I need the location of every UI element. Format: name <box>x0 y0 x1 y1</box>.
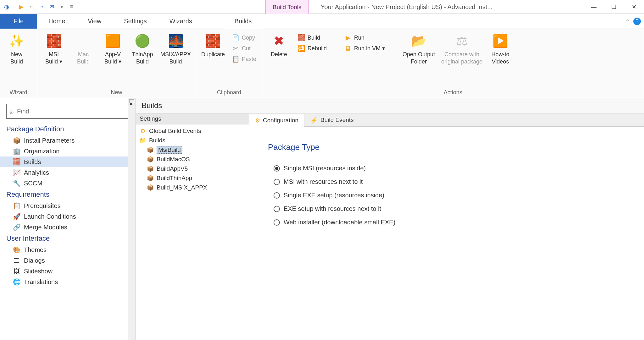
nav-item[interactable]: 📈Analytics <box>0 167 136 178</box>
package-type-option[interactable]: Single MSI (resources inside) <box>268 162 625 175</box>
radio-label: Single MSI (resources inside) <box>284 165 366 172</box>
nav-item[interactable]: 🚀Launch Conditions <box>0 211 136 222</box>
ribbon-group-label: Clipboard <box>196 88 262 98</box>
open-output-folder-button[interactable]: 📂 Open Output Folder <box>401 31 437 66</box>
package-type-option[interactable]: Single EXE setup (resources inside) <box>268 189 625 202</box>
nav-item-label: SCCM <box>24 180 42 187</box>
cut-button[interactable]: ✂ Cut <box>229 43 259 53</box>
package-type-option[interactable]: Web installer (downloadable small EXE) <box>268 216 625 229</box>
tree-item-label: MsiBuild <box>157 146 182 154</box>
nav-item-label: Dialogs <box>24 257 45 264</box>
minimize-button[interactable]: — <box>584 0 604 14</box>
nav-item[interactable]: 🏢Organization <box>0 146 136 156</box>
package-type-option[interactable]: MSI with resources next to it <box>268 175 625 189</box>
tree-item[interactable]: 📁Builds <box>136 136 249 145</box>
ribbon-group-label: Wizard <box>0 88 37 98</box>
nav-item-icon: 📈 <box>13 168 21 177</box>
compare-button[interactable]: ⚖ Compare with original package <box>439 31 484 66</box>
qat-customize-icon[interactable]: ≡ <box>68 3 76 11</box>
tree-item[interactable]: 📦BuildThinApp <box>136 173 249 183</box>
ribbon-group-actions: ✖ Delete 🧱 Build 🔁 Rebuild ▶ Run <box>262 29 644 98</box>
nav-item[interactable]: 🗔Dialogs <box>0 255 136 266</box>
radio-icon <box>274 219 280 226</box>
radio-icon <box>274 192 280 199</box>
msi-build-button[interactable]: 🧱 MSI Build ▾ <box>40 31 67 66</box>
mac-build-button[interactable]: Mac Build <box>70 31 97 66</box>
search-icon: ⌕ <box>10 108 14 115</box>
tree-item-icon: 📁 <box>139 137 147 144</box>
rebuild-button[interactable]: 🔁 Rebuild <box>295 43 339 53</box>
nav-item-icon: 🎨 <box>13 246 21 254</box>
nav-item[interactable]: 📋Prerequisites <box>0 200 136 211</box>
nav-item[interactable]: 🖼Slideshow <box>0 266 136 277</box>
tree-item[interactable]: 📦BuildMacOS <box>136 155 249 164</box>
nav-item[interactable]: 🔗Merge Modules <box>0 222 136 233</box>
scrollbar[interactable]: ▴ <box>128 98 136 340</box>
tab-wizards[interactable]: Wizards <box>158 14 203 29</box>
collapse-ribbon-icon[interactable]: ⌃ <box>625 19 630 25</box>
panel-tab-icon: ⚙ <box>255 117 260 124</box>
howto-videos-button[interactable]: ▶️ How-to Videos <box>487 31 514 66</box>
content-header: Builds <box>136 98 644 113</box>
tree-item[interactable]: 📦BuildAppV5 <box>136 164 249 173</box>
appv-build-button[interactable]: 🟧 App-V Build ▾ <box>99 31 126 66</box>
ribbon-tabs: File Home View Settings Wizards Builds ⌃… <box>0 14 644 29</box>
vm-icon: 🖥 <box>344 45 352 52</box>
file-tab[interactable]: File <box>0 14 37 29</box>
video-icon: ▶️ <box>492 33 508 49</box>
tree-item-icon: 📦 <box>147 156 154 163</box>
tab-home[interactable]: Home <box>37 14 76 29</box>
nav-item[interactable]: 🎨Themes <box>0 244 136 255</box>
close-button[interactable]: ✕ <box>624 0 644 14</box>
radio-label: Single EXE setup (resources inside) <box>284 192 384 199</box>
msix-appx-build-button[interactable]: 🌉 MSIX/APPX Build <box>158 31 193 66</box>
new-build-button[interactable]: ✨ New Build <box>3 31 30 66</box>
nav-item[interactable]: 🔧SCCM <box>0 178 136 189</box>
tab-settings[interactable]: Settings <box>113 14 158 29</box>
nav-item[interactable]: 🌐Translations <box>0 277 136 287</box>
main-body: ▴ ⌕ Package Definition📦Install Parameter… <box>0 98 644 340</box>
nav-item-label: Organization <box>24 148 59 155</box>
build-button[interactable]: 🧱 Build <box>295 33 339 43</box>
run-button[interactable]: ▶ Run <box>341 33 398 43</box>
find-input[interactable] <box>17 108 125 115</box>
tree-item[interactable]: 📦MsiBuild <box>136 145 249 155</box>
panel-tab[interactable]: ⚙Configuration <box>249 114 304 127</box>
nav-item[interactable]: 🧱Builds <box>0 156 136 167</box>
qat-forward-icon[interactable]: → <box>37 3 46 11</box>
nav-item[interactable]: 📦Install Parameters <box>0 135 136 146</box>
nav-item-label: Prerequisites <box>24 202 61 210</box>
left-nav: ▴ ⌕ Package Definition📦Install Parameter… <box>0 98 136 340</box>
tab-view[interactable]: View <box>76 14 113 29</box>
titlebar: ◑ ▶ ← → ✉ ▾ ≡ Build Tools Your Applicati… <box>0 0 644 14</box>
nav-item-icon: 🗔 <box>13 256 21 265</box>
qat-mail-icon[interactable]: ✉ <box>47 3 56 11</box>
apple-icon <box>75 33 92 49</box>
copy-button[interactable]: 📄 Copy <box>229 33 259 43</box>
copy-icon: 📄 <box>232 34 239 41</box>
nav-item-label: Merge Modules <box>24 224 67 231</box>
window-title: Your Application - New Project (English … <box>321 0 492 14</box>
thinapp-build-button[interactable]: 🟢 ThinApp Build <box>129 31 156 66</box>
tab-builds[interactable]: Builds <box>223 14 263 29</box>
help-icon[interactable]: ? <box>633 18 641 25</box>
qat-build-icon[interactable]: ▶ <box>17 3 25 11</box>
nav-item-label: Slideshow <box>24 268 53 275</box>
run-in-vm-button[interactable]: 🖥 Run in VM ▾ <box>341 43 398 53</box>
paste-button[interactable]: 📋 Paste <box>229 54 259 64</box>
delete-button[interactable]: ✖ Delete <box>265 31 292 59</box>
scroll-up-icon[interactable]: ▴ <box>129 99 134 103</box>
nav-item-label: Analytics <box>24 169 49 176</box>
maximize-button[interactable]: ☐ <box>604 0 624 14</box>
qat-back-icon[interactable]: ← <box>27 3 36 11</box>
tree-item[interactable]: ⚙Global Build Events <box>136 126 249 136</box>
find-box[interactable]: ⌕ <box>6 104 129 119</box>
panel-tab[interactable]: ⚡Build Events <box>304 114 360 126</box>
panel-tab-label: Configuration <box>263 117 298 124</box>
qat-dropdown-icon[interactable]: ▾ <box>58 3 66 11</box>
package-type-option[interactable]: EXE setup with resources next to it <box>268 202 625 216</box>
nav-item-icon: 🚀 <box>13 212 21 221</box>
tree-item-label: Global Build Events <box>149 128 201 134</box>
tree-item[interactable]: 📦Build_MSIX_APPX <box>136 183 249 192</box>
duplicate-button[interactable]: 🧱 Duplicate <box>199 31 227 59</box>
